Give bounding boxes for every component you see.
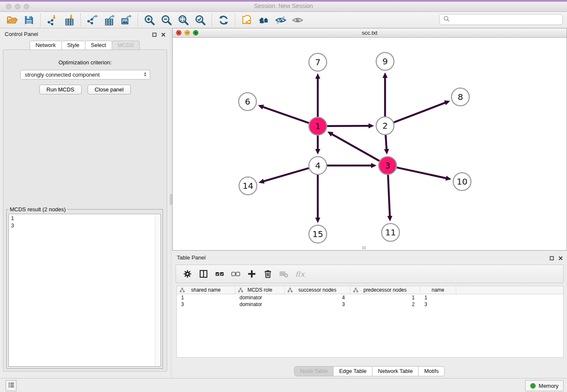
tab-motifs[interactable]: Motifs	[418, 366, 445, 376]
column-header-shared-name[interactable]: shared name	[177, 286, 235, 294]
zoom-in-button[interactable]	[141, 13, 158, 27]
zoom-out-button[interactable]	[158, 13, 175, 27]
edge-4-15[interactable]	[315, 175, 320, 223]
float-panel-icon[interactable]	[549, 255, 554, 262]
table-header-row: shared nameMCDS rolesuccessor nodesprede…	[177, 286, 563, 294]
graph-node-1[interactable]: 1	[309, 117, 327, 135]
column-header-MCDS-role[interactable]: MCDS role	[235, 286, 285, 294]
save-session-button[interactable]	[20, 13, 37, 27]
edge-3-10[interactable]	[397, 168, 451, 181]
split-view-button[interactable]	[198, 268, 209, 280]
column-header-successor-nodes[interactable]: successor nodes	[285, 286, 350, 294]
graph-node-8[interactable]: 8	[451, 88, 469, 106]
open-session-button[interactable]	[3, 13, 20, 27]
edge-2-3[interactable]	[384, 135, 389, 155]
export-table-button[interactable]	[101, 13, 118, 27]
zoom-fit-content-button[interactable]	[175, 13, 192, 27]
tab-edge-table[interactable]: Edge Table	[333, 366, 372, 376]
edge-1-6[interactable]	[258, 105, 309, 123]
edge-1-2[interactable]	[327, 123, 374, 128]
network-resize-handle[interactable]	[362, 246, 366, 249]
edge-1-7[interactable]	[315, 73, 320, 117]
table-cell[interactable]: 3	[420, 301, 456, 308]
close-panel-icon[interactable]	[558, 255, 563, 262]
graph-node-4[interactable]: 4	[309, 157, 327, 174]
export-network-button[interactable]	[84, 13, 101, 27]
mcds-result-list[interactable]: 1 3	[8, 214, 161, 367]
tab-mcds[interactable]: MCDS	[112, 41, 140, 50]
network-window-titlebar[interactable]: scc.txt	[173, 28, 567, 38]
result-scrollbar[interactable]	[155, 215, 160, 366]
svg-text:9: 9	[383, 56, 388, 66]
graph-node-14[interactable]: 14	[239, 177, 257, 195]
edge-4-14[interactable]	[259, 168, 309, 184]
column-header-name[interactable]: name	[420, 286, 456, 294]
edge-2-9[interactable]	[383, 72, 388, 116]
table-cell[interactable]: 1	[177, 294, 235, 301]
table-cell[interactable]: 3	[177, 301, 235, 308]
edge-3-1[interactable]	[328, 132, 380, 161]
graph-node-11[interactable]: 11	[382, 224, 399, 241]
show-graphics-details-button[interactable]	[289, 13, 306, 27]
svg-text:10: 10	[457, 177, 467, 187]
tab-style[interactable]: Style	[61, 41, 85, 50]
tab-node-table[interactable]: Node Table	[294, 366, 334, 376]
graph-node-6[interactable]: 6	[239, 93, 256, 110]
graph-node-10[interactable]: 10	[453, 173, 471, 190]
column-header-predecessor-nodes[interactable]: predecessor nodes	[350, 286, 420, 294]
svg-text:1: 1	[315, 121, 321, 131]
memory-button[interactable]: Memory	[525, 380, 564, 391]
network-canvas[interactable]: 7968124314101511	[173, 38, 567, 250]
apply-preferred-layout-button[interactable]	[215, 13, 232, 27]
table-cell[interactable]: 2	[350, 301, 420, 308]
hide-graphics-details-button[interactable]	[272, 13, 289, 27]
clone-network-button[interactable]	[238, 13, 255, 27]
export-image-button[interactable]	[118, 13, 135, 27]
edge-3-11[interactable]	[387, 175, 392, 221]
search-box[interactable]	[439, 14, 563, 25]
delete-table-icon	[279, 269, 289, 279]
list-icon	[8, 381, 15, 390]
settings-gear-button[interactable]	[182, 268, 193, 280]
import-table-button[interactable]	[61, 13, 77, 27]
run-mcds-button[interactable]: Run MCDS	[39, 85, 82, 94]
close-panel-button[interactable]: Close panel	[88, 85, 131, 94]
customize-toolbar-button[interactable]	[6, 380, 17, 391]
tab-select[interactable]: Select	[85, 41, 112, 50]
close-panel-icon[interactable]	[161, 31, 166, 39]
table-cell[interactable]: 1	[350, 294, 420, 301]
zoom-selected-region-button[interactable]	[192, 13, 209, 27]
graph-node-15[interactable]: 15	[309, 225, 327, 243]
edge-2-8[interactable]	[394, 100, 450, 122]
apply-preferred-layout-icon	[218, 14, 229, 26]
deselect-all-button[interactable]	[230, 268, 241, 280]
table-cell[interactable]: dominator	[235, 294, 285, 301]
float-panel-icon	[549, 256, 554, 261]
add-column-button[interactable]	[246, 268, 257, 280]
graph-node-9[interactable]: 9	[376, 52, 394, 70]
list-icon	[8, 381, 15, 389]
tab-network-table[interactable]: Network Table	[372, 366, 418, 376]
table-row[interactable]: 3dominator323	[177, 301, 563, 308]
float-panel-icon[interactable]	[152, 31, 157, 39]
table-cell[interactable]: 1	[420, 294, 456, 301]
edge-1-4[interactable]	[315, 135, 320, 155]
edge-4-3[interactable]	[327, 163, 377, 168]
table-cell[interactable]: 3	[285, 301, 350, 308]
graph-node-2[interactable]: 2	[376, 117, 394, 135]
optimization-criterion-dropdown[interactable]: strongly connected component	[20, 70, 150, 80]
graph-node-3[interactable]: 3	[379, 157, 396, 174]
home-button[interactable]	[255, 13, 272, 27]
svg-text:11: 11	[385, 227, 396, 237]
delete-column-button[interactable]	[262, 268, 273, 280]
search-input[interactable]	[452, 16, 559, 23]
search-icon	[443, 15, 450, 24]
table-row[interactable]: 1dominator411	[177, 294, 563, 301]
svg-text:6: 6	[245, 97, 250, 107]
graph-node-7[interactable]: 7	[309, 53, 327, 71]
table-cell[interactable]: dominator	[235, 301, 285, 308]
select-all-button[interactable]	[214, 268, 225, 280]
tab-network[interactable]: Network	[30, 41, 62, 50]
import-network-button[interactable]	[44, 13, 61, 27]
table-cell[interactable]: 4	[285, 294, 350, 301]
